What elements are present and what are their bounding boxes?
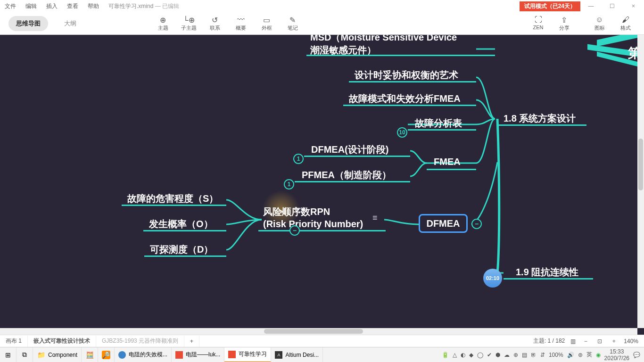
tray-icon[interactable]: ⛨ <box>531 352 537 358</box>
vertical-scrollbar[interactable] <box>637 35 644 328</box>
scroll-thumb[interactable] <box>638 139 643 190</box>
node-underline <box>343 105 476 106</box>
tray-volume-icon[interactable]: 🔊 <box>567 352 574 358</box>
sheet-tab-gjbz35[interactable]: GJBZ35-1993 元器件降额准则 <box>96 336 184 347</box>
tray-network-icon[interactable]: ⊚ <box>578 352 583 358</box>
child-count-badge[interactable]: 10 <box>397 127 407 138</box>
menu-view[interactable]: 查看 <box>62 2 83 10</box>
topic-count-status: 主题: 1 / 182 <box>533 337 565 345</box>
tray-icon[interactable]: △ <box>453 352 457 358</box>
zen-icon: ⛶ <box>525 15 551 25</box>
tool-boundary[interactable]: ▭外框 <box>254 15 280 32</box>
node-severity-s[interactable]: 故障的危害程度（S） <box>127 192 218 205</box>
folder-icon: 📁 <box>37 351 45 359</box>
sheet-tab-canvas1[interactable]: 画布 1 <box>0 336 28 347</box>
node-occurrence-o[interactable]: 发生概率（O） <box>149 218 213 230</box>
node-design-tradeoff[interactable]: 设计时妥协和权衡的艺术 <box>355 69 458 82</box>
node-detection-d[interactable]: 可探测度（D） <box>150 243 213 256</box>
notifications-icon[interactable]: 💬 <box>633 352 640 358</box>
tool-note[interactable]: ✎笔记 <box>280 15 305 32</box>
node-system-design-18[interactable]: 1.8 系统方案设计 <box>504 112 576 125</box>
trial-mode-badge[interactable]: 试用模式（已24天） <box>520 1 580 11</box>
tool-zen[interactable]: ⛶ZEN <box>525 15 551 32</box>
tray-icon[interactable]: ⊕ <box>513 352 518 358</box>
add-sheet-button[interactable]: + <box>184 336 199 347</box>
node-impedance-19[interactable]: 1.9 阻抗连续性 <box>516 266 578 279</box>
menu-insert[interactable]: 插入 <box>41 2 62 10</box>
menu-edit[interactable]: 编辑 <box>21 2 41 10</box>
tray-icon[interactable]: ▤ <box>522 352 527 358</box>
summary-icon: 〰 <box>228 15 254 25</box>
subtopic-icon: └⊕ <box>176 15 202 25</box>
taskbar-app-xmind-active[interactable]: 可靠性学习 <box>224 347 271 362</box>
zoom-out-button[interactable]: − <box>581 338 590 345</box>
tray-icon[interactable]: ◆ <box>469 352 473 358</box>
taskbar-app-resistor-luk[interactable]: 电阻——luk... <box>172 347 224 362</box>
tray-icon[interactable]: ✔ <box>487 352 492 358</box>
audio-timestamp-bubble[interactable]: 02:10 <box>483 269 502 288</box>
app-icon <box>175 351 183 359</box>
taskbar-clock[interactable]: 15:33 2020/7/26 <box>604 348 629 362</box>
tray-icon[interactable]: ◯ <box>477 352 483 358</box>
view-tab-outline[interactable]: 大纲 <box>57 16 84 31</box>
tool-format[interactable]: 🖌格式 <box>612 15 638 32</box>
tool-icon[interactable]: ☺图标 <box>586 15 612 32</box>
tray-icon[interactable]: ⬢ <box>495 352 500 358</box>
scroll-thumb[interactable] <box>264 329 363 334</box>
view-tab-mindmap[interactable]: 思维导图 <box>8 16 48 31</box>
smiley-icon: ☺ <box>586 15 612 25</box>
mindmap-canvas[interactable]: 第 <box>0 35 644 335</box>
node-label: MSD（Moisture Sensitive Device <box>310 35 457 44</box>
app-icon <box>118 351 126 359</box>
tool-share[interactable]: ⇪分享 <box>551 15 577 32</box>
tray-icon[interactable]: ◐ <box>461 352 465 358</box>
horizontal-scrollbar[interactable] <box>0 328 637 335</box>
window-minimize-button[interactable]: — <box>580 3 602 9</box>
notes-icon[interactable]: ≡ <box>372 213 378 223</box>
start-button[interactable]: ⊞ <box>0 347 17 362</box>
tray-battery-icon[interactable]: 🔋 <box>442 352 449 358</box>
node-underline <box>304 156 410 157</box>
tool-subtopic[interactable]: └⊕子主题 <box>176 15 202 32</box>
child-count-badge[interactable]: 1 <box>293 154 304 164</box>
zoom-level[interactable]: 140% <box>624 338 638 345</box>
collapse-toggle[interactable]: − <box>471 219 482 229</box>
child-count-badge[interactable]: 1 <box>284 179 294 189</box>
zoom-fit-button[interactable]: ⊡ <box>595 338 604 345</box>
node-msd[interactable]: MSD（Moisture Sensitive Device 潮湿敏感元件） <box>310 35 457 57</box>
taskbar-app-resistor-fail[interactable]: 电阻的失效模... <box>115 347 172 362</box>
tray-icon[interactable]: ☁ <box>504 352 510 358</box>
sheet-tab-embedded[interactable]: 嵌入式可靠性设计技术 <box>28 336 96 347</box>
node-underline <box>408 129 476 131</box>
node-pfmea-mfg[interactable]: PFMEA（制造阶段） <box>302 169 391 181</box>
taskbar-calculator[interactable]: 🧮 <box>82 347 98 362</box>
tray-zoom-label[interactable]: 100% <box>549 352 563 358</box>
node-rpn[interactable]: 风险顺序数RPN (Risk Priority Number) <box>263 206 363 230</box>
taskbar-everything[interactable]: 🔎 <box>98 347 115 362</box>
window-close-button[interactable]: × <box>623 3 644 9</box>
tray-icon[interactable]: ⇵ <box>540 352 545 358</box>
node-failure-mode-fmea[interactable]: 故障模式和失效分析FMEA <box>349 92 461 105</box>
tool-topic[interactable]: ⊕主题 <box>150 15 176 32</box>
collapse-toggle[interactable]: − <box>289 225 300 236</box>
node-dfmea-design[interactable]: DFMEA(设计阶段) <box>311 143 388 156</box>
menu-file[interactable]: 文件 <box>0 2 21 10</box>
node-dfmea-selected[interactable]: DFMEA <box>419 214 468 233</box>
task-view-button[interactable]: ⧉ <box>17 347 33 362</box>
zoom-in-button[interactable]: + <box>610 338 618 345</box>
tray-icon[interactable]: ◉ <box>596 352 601 358</box>
node-fmea[interactable]: FMEA <box>434 156 461 167</box>
tool-summary[interactable]: 〰概要 <box>228 15 254 32</box>
node-underline <box>497 124 586 126</box>
taskbar-app-altium[interactable]: AAltium Desi... <box>271 347 323 362</box>
taskbar-explorer[interactable]: 📁Component <box>33 347 82 362</box>
menu-help[interactable]: 帮助 <box>83 2 104 10</box>
window-maximize-button[interactable]: ☐ <box>602 3 623 9</box>
tool-relation[interactable]: ↺联系 <box>202 15 228 32</box>
minimap-icon[interactable]: ▥ <box>570 338 576 345</box>
node-fault-table[interactable]: 故障分析表 <box>415 117 462 130</box>
taskview-icon: ⧉ <box>20 351 29 359</box>
search-icon: 🔎 <box>102 351 110 359</box>
ime-indicator[interactable]: 英 <box>586 351 592 359</box>
node-underline <box>504 278 593 280</box>
